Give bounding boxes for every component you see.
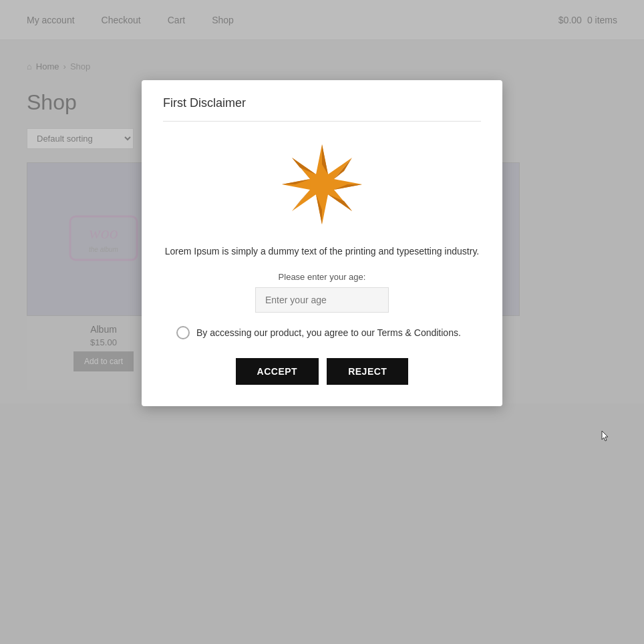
age-label: Please enter your age: [279,272,366,282]
modal-body: Lorem Ipsum is simply a dummy text of th… [163,138,481,385]
modal-title: First Disclaimer [163,96,481,122]
cursor [601,430,609,442]
age-input[interactable] [255,287,389,313]
star-icon [275,138,369,231]
accept-button[interactable]: ACCEPT [236,358,319,385]
terms-text: By accessing our product, you agree to o… [196,327,461,338]
modal-description: Lorem Ipsum is simply a dummy text of th… [165,245,480,259]
terms-row: By accessing our product, you agree to o… [163,326,461,339]
disclaimer-modal: First Disclaimer Lorem Ipsum is simply a… [142,80,502,406]
modal-overlay: First Disclaimer Lorem Ipsum is simply a… [0,0,644,644]
reject-button[interactable]: REJECT [327,358,408,385]
terms-checkbox[interactable] [176,326,190,339]
modal-buttons: ACCEPT REJECT [236,358,409,385]
svg-point-12 [310,172,334,196]
